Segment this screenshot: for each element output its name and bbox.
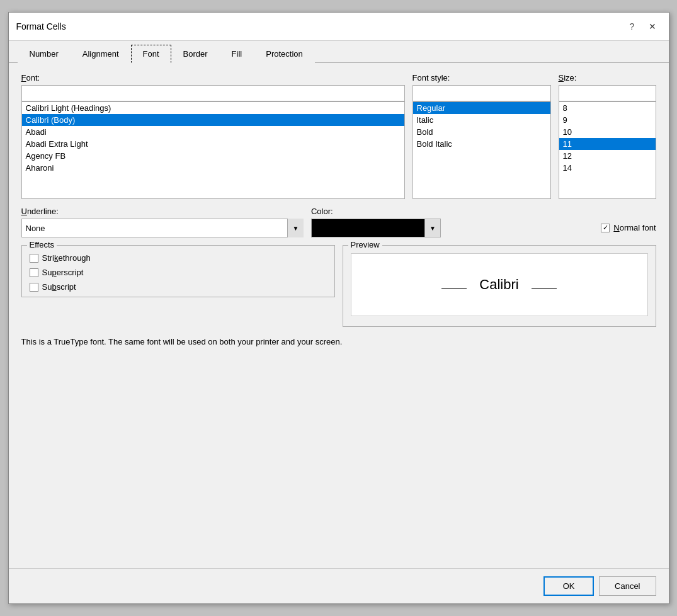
checkmark-icon: ✓	[603, 224, 608, 232]
list-item[interactable]: Abadi	[22, 126, 404, 138]
color-label: Color:	[311, 207, 593, 216]
cancel-button[interactable]: Cancel	[599, 576, 656, 596]
tab-alignment[interactable]: Alignment	[71, 45, 131, 63]
title-bar-controls: ? ✕	[623, 18, 661, 35]
tab-protection[interactable]: Protection	[254, 45, 315, 63]
superscript-checkbox[interactable]	[30, 268, 38, 277]
title-bar: Format Cells ? ✕	[9, 13, 669, 41]
style-list[interactable]: Regular Italic Bold Bold Italic	[412, 101, 551, 199]
subscript-label: Subscript	[42, 282, 76, 292]
normal-font-label[interactable]: Normal font	[613, 223, 656, 232]
effects-preview-row: Effects Strikethrough Superscript Subscr…	[21, 245, 656, 327]
color-dropdown-button[interactable]: ▼	[424, 219, 441, 237]
preview-legend: Preview	[348, 240, 382, 249]
list-item[interactable]: 8	[559, 102, 656, 114]
color-column: Color: ▼	[311, 207, 593, 237]
dialog-footer: OK Cancel	[9, 568, 669, 603]
list-item[interactable]: Regular	[413, 102, 550, 114]
tabs-bar: Number Alignment Font Border Fill Protec…	[9, 41, 669, 63]
list-item[interactable]: Abadi Extra Light	[22, 138, 404, 150]
effects-items: Strikethrough Superscript Subscript	[30, 253, 327, 292]
list-item[interactable]: 12	[559, 150, 656, 162]
underline-color-row: Underline: None Single Double ▼ Color: ▼	[21, 207, 656, 237]
list-item[interactable]: 11	[559, 138, 656, 150]
list-item[interactable]: Aharoni	[22, 162, 404, 174]
close-button[interactable]: ✕	[644, 18, 661, 35]
style-column: Font style: Regular Regular Italic Bold …	[412, 73, 551, 199]
tab-fill[interactable]: Fill	[220, 45, 254, 63]
tab-number[interactable]: Number	[18, 45, 71, 63]
list-item[interactable]: 9	[559, 114, 656, 126]
list-item[interactable]: Italic	[413, 114, 550, 126]
font-input[interactable]: Calibri	[21, 85, 405, 101]
list-item[interactable]: Calibri (Body)	[22, 114, 404, 126]
list-item[interactable]: 14	[559, 162, 656, 174]
preview-font-name: Calibri	[479, 277, 518, 293]
style-label: Font style:	[412, 73, 551, 83]
ok-button[interactable]: OK	[543, 576, 594, 596]
list-item[interactable]: Bold Italic	[413, 138, 550, 150]
effects-legend: Effects	[27, 240, 57, 249]
color-wrap: ▼	[311, 219, 593, 237]
tab-font[interactable]: Font	[131, 45, 171, 63]
strikethrough-label: Strikethrough	[42, 253, 91, 263]
font-list[interactable]: Calibri Light (Headings) Calibri (Body) …	[21, 101, 405, 199]
strikethrough-checkbox[interactable]	[30, 254, 38, 263]
style-input[interactable]: Regular	[412, 85, 551, 101]
preview-underline-left	[441, 280, 467, 289]
list-item[interactable]: Bold	[413, 126, 550, 138]
size-list[interactable]: 8 9 10 11 12 14	[559, 101, 656, 199]
color-swatch[interactable]	[311, 219, 424, 237]
preview-inner: Calibri	[351, 253, 648, 316]
tab-content: Font: Calibri Calibri Light (Headings) C…	[9, 63, 669, 568]
subscript-checkbox[interactable]	[30, 283, 38, 292]
superscript-row[interactable]: Superscript	[30, 268, 327, 277]
underline-select[interactable]: None Single Double	[21, 219, 304, 237]
tab-border[interactable]: Border	[171, 45, 220, 63]
normal-font-checkbox[interactable]: ✓	[601, 224, 610, 232]
help-button[interactable]: ?	[623, 18, 641, 35]
preview-underline-right	[532, 280, 557, 289]
preview-text: Calibri	[441, 277, 556, 293]
effects-box: Effects Strikethrough Superscript Subscr…	[21, 245, 335, 297]
size-label: Size:	[559, 73, 656, 83]
list-item[interactable]: Agency FB	[22, 150, 404, 162]
preview-box: Preview Calibri	[343, 245, 656, 327]
underline-select-wrap: None Single Double ▼	[21, 219, 304, 237]
subscript-row[interactable]: Subscript	[30, 282, 327, 292]
underline-column: Underline: None Single Double ▼	[21, 207, 304, 237]
strikethrough-row[interactable]: Strikethrough	[30, 253, 327, 263]
info-text: This is a TrueType font. The same font w…	[21, 334, 656, 349]
size-input[interactable]: 11	[559, 85, 656, 101]
font-column: Font: Calibri Calibri Light (Headings) C…	[21, 73, 405, 199]
dialog-title: Format Cells	[16, 21, 66, 31]
underline-label: Underline:	[21, 207, 304, 216]
font-label: Font:	[21, 73, 405, 83]
font-style-size-row: Font: Calibri Calibri Light (Headings) C…	[21, 73, 656, 199]
normal-font-column: ✓ Normal font	[601, 207, 656, 232]
list-item[interactable]: Calibri Light (Headings)	[22, 102, 404, 114]
list-item[interactable]: 10	[559, 126, 656, 138]
format-cells-dialog: Format Cells ? ✕ Number Alignment Font B…	[8, 12, 669, 604]
size-column: Size: 11 8 9 10 11 12 14	[559, 73, 656, 199]
superscript-label: Superscript	[42, 268, 84, 277]
